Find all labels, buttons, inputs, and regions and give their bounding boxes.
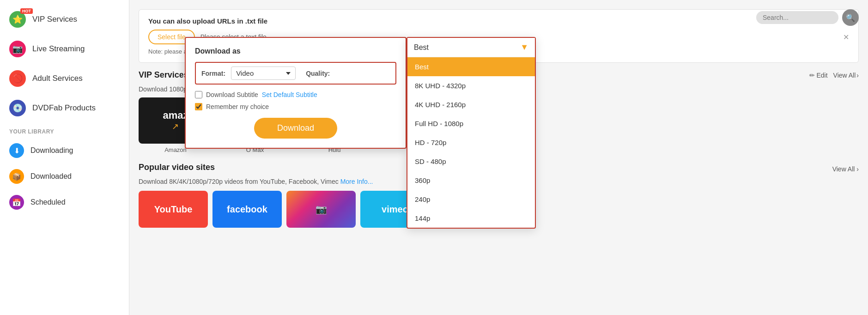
subtitle-row: Download Subtitle Set Default Subtitle (195, 91, 396, 98)
amazon-label: Amazon (164, 146, 187, 153)
quality-label: Quality: (306, 70, 330, 77)
sidebar-item-adult-services[interactable]: 🚫 Adult Services (0, 64, 129, 93)
sidebar-item-dvdfab-products[interactable]: 💿 DVDFab Products (0, 93, 129, 123)
sidebar-item-downloading[interactable]: ⬇ Downloading (0, 138, 129, 164)
chevron-right-icon: › (856, 72, 859, 79)
instagram-icon: 📷 (316, 204, 327, 215)
facebook-logo-card[interactable]: facebook (212, 191, 282, 228)
view-all-button[interactable]: View All › (833, 72, 859, 79)
subtitle-checkbox[interactable] (195, 91, 202, 98)
close-upload-icon[interactable]: ✕ (843, 33, 849, 42)
sidebar-item-label: DVDFab Products (32, 103, 96, 113)
library-section-label: YOUR LIBRARY (0, 123, 129, 138)
remember-checkbox[interactable] (195, 103, 202, 110)
live-icon: 📷 (9, 41, 26, 57)
sidebar-item-downloaded[interactable]: 📦 Downloaded (0, 164, 129, 189)
vip-section-title: VIP Services (139, 70, 188, 80)
downloaded-icon: 📦 (9, 169, 24, 184)
download-button[interactable]: Download (254, 118, 337, 139)
main-content: 🔍 You can also upload URLs in .txt file … (129, 0, 868, 315)
instagram-logo-card[interactable]: 📷 (286, 191, 356, 228)
download-dialog: Download as Format: Video Audio Quality:… (185, 37, 407, 149)
view-all-label: View All (833, 72, 856, 79)
popular-title: Popular video sites (139, 163, 215, 172)
vimeo-text: vimeo (382, 204, 408, 215)
quality-option-240p[interactable]: 240p (407, 190, 535, 209)
remember-row: Remember my choice (195, 103, 396, 110)
upload-title: You can also upload URLs in .txt file (148, 17, 849, 25)
format-label: Format: (201, 70, 225, 77)
sidebar-item-label: Scheduled (30, 198, 66, 206)
quality-option-4k[interactable]: 4K UHD - 2160p (407, 95, 535, 114)
format-select[interactable]: Video Audio (231, 67, 296, 80)
quality-dropdown: Best ▼ Best 8K UHD - 4320p 4K UHD - 2160… (407, 37, 536, 229)
sidebar-item-live-streaming[interactable]: 📷 Live Streaming (0, 34, 129, 64)
edit-button[interactable]: ✏ Edit (809, 72, 828, 79)
facebook-text: facebook (227, 204, 267, 215)
sidebar-item-label: VIP Services (32, 15, 77, 24)
quality-option-1080p[interactable]: Full HD - 1080p (407, 114, 535, 133)
downloading-icon: ⬇ (9, 143, 24, 158)
search-button[interactable]: 🔍 (842, 9, 859, 26)
sidebar-item-label: Downloaded (30, 172, 72, 181)
search-input[interactable] (763, 14, 832, 21)
quality-option-720p[interactable]: HD - 720p (407, 133, 535, 152)
dvd-icon: 💿 (9, 100, 26, 116)
amazon-arrow-icon: ↗ (172, 121, 179, 132)
popular-view-all[interactable]: View All › (832, 165, 859, 173)
scheduled-icon: 📅 (9, 195, 24, 210)
sidebar-item-scheduled[interactable]: 📅 Scheduled (0, 189, 129, 215)
remember-label: Remember my choice (206, 103, 269, 110)
quality-option-best[interactable]: Best (407, 57, 535, 76)
youtube-logo-card[interactable]: YouTube (139, 191, 208, 228)
quality-select-header: Best ▼ (407, 38, 535, 57)
vip-section-actions: ✏ Edit View All › (809, 72, 859, 79)
set-default-link[interactable]: Set Default Subtitle (262, 91, 317, 98)
search-area: 🔍 (756, 9, 859, 26)
quality-option-480p[interactable]: SD - 480p (407, 152, 535, 171)
quality-chevron-icon: ▼ (520, 42, 528, 52)
download-as-label: Download as (195, 47, 396, 55)
more-info-link[interactable]: More Info... (340, 178, 373, 185)
quality-option-360p[interactable]: 360p (407, 171, 535, 190)
sidebar-item-label: Live Streaming (32, 44, 85, 54)
search-input-wrapper (756, 11, 838, 24)
format-row: Format: Video Audio Quality: (195, 62, 396, 85)
youtube-text: YouTube (154, 204, 193, 215)
sidebar-item-label: Downloading (30, 146, 73, 155)
adult-icon: 🚫 (9, 70, 26, 87)
quality-option-8k[interactable]: 8K UHD - 4320p (407, 76, 535, 95)
sidebar-item-vip-services[interactable]: ⭐ VIP Services HOT (0, 5, 129, 34)
subtitle-label: Download Subtitle (206, 91, 258, 98)
sidebar: ⭐ VIP Services HOT 📷 Live Streaming 🚫 Ad… (0, 0, 129, 315)
sidebar-item-label: Adult Services (32, 74, 83, 83)
quality-option-144p[interactable]: 144p (407, 209, 535, 228)
hot-badge: HOT (20, 8, 33, 14)
quality-selected-value: Best (414, 43, 429, 52)
